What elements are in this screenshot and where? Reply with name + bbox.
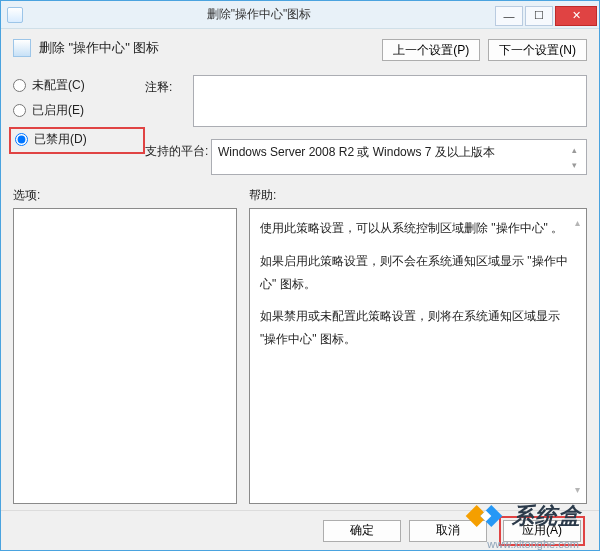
next-setting-button[interactable]: 下一个设置(N) (488, 39, 587, 61)
help-scrollbar[interactable]: ▴ ▾ (570, 213, 584, 499)
header-row: 删除 "操作中心" 图标 上一个设置(P) 下一个设置(N) (13, 39, 587, 61)
platform-scrollbar[interactable]: ▴ ▾ (568, 144, 580, 171)
nav-buttons: 上一个设置(P) 下一个设置(N) (382, 39, 587, 61)
window-buttons: — ☐ ✕ (495, 4, 599, 26)
ok-button[interactable]: 确定 (323, 520, 401, 542)
scroll-up-icon[interactable]: ▴ (568, 144, 580, 156)
platform-text: Windows Server 2008 R2 或 Windows 7 及以上版本 (218, 144, 495, 161)
help-paragraph-1: 使用此策略设置，可以从系统控制区域删除 "操作中心" 。 (260, 217, 570, 240)
platform-label: 支持的平台: (145, 139, 211, 175)
radio-enabled-input[interactable] (13, 104, 26, 117)
maximize-button[interactable]: ☐ (525, 6, 553, 26)
options-label: 选项: (13, 187, 237, 204)
minimize-button[interactable]: — (495, 6, 523, 26)
help-column: 帮助: 使用此策略设置，可以从系统控制区域删除 "操作中心" 。 如果启用此策略… (249, 187, 587, 504)
footer: 确定 取消 应用(A) (1, 510, 599, 550)
apply-highlight: 应用(A) (499, 516, 585, 546)
radio-disabled[interactable]: 已禁用(D) (15, 131, 87, 148)
platform-box: Windows Server 2008 R2 或 Windows 7 及以上版本… (211, 139, 587, 175)
previous-setting-button[interactable]: 上一个设置(P) (382, 39, 480, 61)
dialog-window: 删除"操作中心"图标 — ☐ ✕ 删除 "操作中心" 图标 上一个设置(P) 下… (0, 0, 600, 551)
radio-disabled-input[interactable] (15, 133, 28, 146)
help-label: 帮助: (249, 187, 587, 204)
comment-textarea[interactable] (193, 75, 587, 127)
cancel-button[interactable]: 取消 (409, 520, 487, 542)
comment-row: 注释: (145, 75, 587, 127)
titlebar: 删除"操作中心"图标 — ☐ ✕ (1, 1, 599, 29)
radio-not-configured[interactable]: 未配置(C) (13, 77, 145, 94)
radio-not-configured-input[interactable] (13, 79, 26, 92)
scroll-up-icon[interactable]: ▴ (570, 213, 584, 232)
app-icon (7, 7, 23, 23)
window-title: 删除"操作中心"图标 (23, 6, 495, 23)
radio-enabled-label: 已启用(E) (32, 102, 84, 119)
scroll-down-icon[interactable]: ▾ (568, 159, 580, 171)
help-box: 使用此策略设置，可以从系统控制区域删除 "操作中心" 。 如果启用此策略设置，则… (249, 208, 587, 504)
mid-section: 未配置(C) 已启用(E) 已禁用(D) 注 (13, 75, 587, 175)
scroll-down-icon[interactable]: ▾ (570, 480, 584, 499)
radio-not-configured-label: 未配置(C) (32, 77, 85, 94)
panels-row: 选项: 帮助: 使用此策略设置，可以从系统控制区域删除 "操作中心" 。 如果启… (13, 187, 587, 504)
radio-disabled-label: 已禁用(D) (34, 131, 87, 148)
close-button[interactable]: ✕ (555, 6, 597, 26)
options-column: 选项: (13, 187, 237, 504)
comment-label: 注释: (145, 75, 193, 127)
state-radio-group: 未配置(C) 已启用(E) 已禁用(D) (13, 77, 145, 154)
radio-disabled-highlight: 已禁用(D) (9, 127, 145, 154)
radio-column: 未配置(C) 已启用(E) 已禁用(D) (13, 75, 145, 175)
apply-button[interactable]: 应用(A) (503, 520, 581, 542)
help-paragraph-2: 如果启用此策略设置，则不会在系统通知区域显示 "操作中心" 图标。 (260, 250, 570, 296)
radio-enabled[interactable]: 已启用(E) (13, 102, 145, 119)
policy-icon (13, 39, 31, 57)
platform-row: 支持的平台: Windows Server 2008 R2 或 Windows … (145, 139, 587, 175)
help-paragraph-3: 如果禁用或未配置此策略设置，则将在系统通知区域显示 "操作中心" 图标。 (260, 305, 570, 351)
options-box (13, 208, 237, 504)
header-left: 删除 "操作中心" 图标 (13, 39, 382, 57)
content-area: 删除 "操作中心" 图标 上一个设置(P) 下一个设置(N) 未配置(C) 已启… (1, 29, 599, 510)
right-column: 注释: 支持的平台: Windows Server 2008 R2 或 Wind… (145, 75, 587, 175)
setting-title: 删除 "操作中心" 图标 (39, 39, 159, 57)
